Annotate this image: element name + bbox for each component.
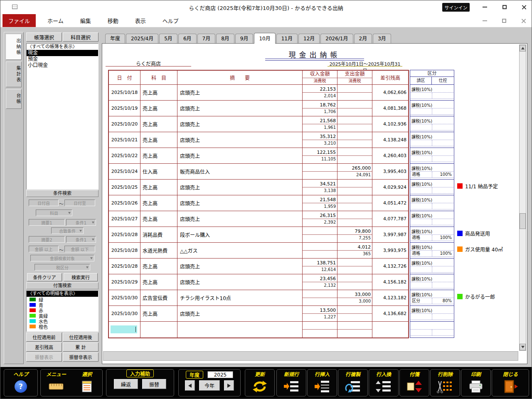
subject-cell[interactable]: 売上高 xyxy=(140,274,177,290)
income-cell[interactable]: 21,568 1,961 xyxy=(303,116,337,132)
date-cell[interactable]: 2025/10/20 xyxy=(109,116,140,132)
income-cell[interactable]: 35,312 3,210 xyxy=(303,132,337,148)
table-row[interactable]: 2025/10/28 水道光熱費 △△ガス 4,012 365 3,993,97… xyxy=(109,243,408,259)
expense-cell[interactable]: 4,012 365 xyxy=(337,243,372,258)
income-cell[interactable] xyxy=(303,243,337,258)
menu-item[interactable]: ファイル xyxy=(2,14,36,27)
summary-cell[interactable]: 店頭売上 xyxy=(177,132,303,148)
search-run-button[interactable]: 検索実行 xyxy=(64,273,98,281)
income-cell[interactable]: 122,155 11,105 xyxy=(303,148,337,163)
tag-list[interactable]: 〈すべての明細を表示〉 緑青赤黄緑水色橙色 xyxy=(26,291,99,332)
month-tab[interactable]: 5月 xyxy=(159,34,177,43)
income-cell[interactable]: 34,521 3,138 xyxy=(303,180,337,195)
tag-color-item[interactable]: 黄緑 xyxy=(27,313,98,318)
income-cell[interactable]: 18,762 1,706 xyxy=(303,101,337,116)
kubun-row[interactable] xyxy=(410,322,454,337)
book-list[interactable]: 〈すべての帳簿を表示〉 現金預金小口現金 xyxy=(26,43,99,190)
date-cell[interactable]: 2025/10/29 xyxy=(109,274,140,290)
search-clear-button[interactable]: 条件クリア xyxy=(27,273,62,281)
menu-item[interactable]: ホーム xyxy=(42,14,69,27)
month-tab[interactable]: 11月 xyxy=(276,34,298,43)
text-cursor[interactable] xyxy=(111,325,137,333)
date-cell[interactable]: 2025/10/30 xyxy=(109,306,140,321)
subject-cell[interactable]: 売上高 xyxy=(140,259,177,274)
kubun-row[interactable]: 課税(10%) xyxy=(410,116,454,132)
income-cell[interactable]: 23,456 2,132 xyxy=(303,274,337,290)
kubun-row[interactable]: 課税(10%) 適格 100% xyxy=(410,243,454,259)
month-tab[interactable]: 10月 xyxy=(254,33,275,44)
summary-cell[interactable]: 店頭売上 xyxy=(177,195,303,211)
kubun-row[interactable]: 課税(10%) xyxy=(410,274,454,290)
update-button[interactable] xyxy=(245,377,274,396)
month-tab[interactable]: 2025/4月 xyxy=(126,34,158,43)
date-cell[interactable]: 2025/10/25 xyxy=(109,180,140,195)
mode-button[interactable]: 仕控適用前 xyxy=(26,332,62,342)
kubun-row[interactable]: 課税(10%) xyxy=(410,306,454,322)
summary-cell[interactable]: 店頭売上 xyxy=(177,180,303,195)
child-restore-button[interactable] xyxy=(496,17,512,25)
subject-cell[interactable]: 売上高 xyxy=(140,195,177,211)
month-tab[interactable]: 8月 xyxy=(216,34,234,43)
book-list-item[interactable]: 現金 xyxy=(27,50,98,56)
expense-cell[interactable] xyxy=(337,85,372,100)
maximize-button[interactable] xyxy=(495,0,514,14)
table-row[interactable]: 2025/10/22 売上高 店頭売上 122,155 11,105 4,260… xyxy=(109,148,408,164)
kubun-row[interactable]: 課税(10%) xyxy=(410,148,454,164)
book-select-button[interactable]: 帳簿選択 xyxy=(26,32,62,42)
expense-cell[interactable] xyxy=(337,322,372,337)
mode-button[interactable]: 差引残高 xyxy=(26,342,62,352)
date-cell[interactable]: 2025/10/18 xyxy=(109,85,140,100)
date-cell[interactable]: 2025/10/24 xyxy=(109,164,140,179)
expense-cell[interactable]: 265,000 24,091 xyxy=(337,164,372,179)
month-tab[interactable]: 年度 xyxy=(105,34,125,43)
subject-cell[interactable]: 消耗品費 xyxy=(140,227,177,242)
income-cell[interactable]: 26,315 2,392 xyxy=(303,211,337,227)
tag-color-item[interactable]: 緑 xyxy=(27,297,98,302)
nav-tab[interactable]: 出納帳 xyxy=(6,34,22,60)
tag-button[interactable] xyxy=(400,377,429,396)
kubun-row[interactable]: 課税(10%) xyxy=(410,259,454,274)
subject-cell[interactable]: 水道光熱費 xyxy=(140,243,177,258)
subject-cell[interactable] xyxy=(140,322,177,337)
expense-cell[interactable]: 79,800 7,255 xyxy=(337,227,372,242)
child-minimize-button[interactable] xyxy=(476,17,493,25)
expense-cell[interactable]: 33,000 3,000 xyxy=(337,290,372,305)
tag-all-item[interactable]: 〈すべての明細を表示〉 xyxy=(27,291,98,297)
date-cell[interactable]: 2025/10/22 xyxy=(109,148,140,163)
summary-cell[interactable]: 店頭売上 xyxy=(177,259,303,274)
summary-cell[interactable]: 店頭売上 xyxy=(177,274,303,290)
kubun-row[interactable]: 課税(10%) xyxy=(410,101,454,116)
month-tab[interactable]: 12月 xyxy=(298,34,320,43)
delete-row-button[interactable] xyxy=(431,377,460,396)
summary-cell[interactable]: 店頭売上 xyxy=(177,101,303,116)
expense-cell[interactable] xyxy=(337,211,372,227)
this-year-button[interactable]: 今年 xyxy=(199,380,220,391)
summary-cell[interactable]: 店頭売上 xyxy=(177,211,303,227)
close-button[interactable] xyxy=(514,0,532,14)
date-cell[interactable]: 2025/10/19 xyxy=(109,101,140,116)
table-row[interactable]: 2025/10/30 売上高 店頭売上 13,500 1,227 4,136,6… xyxy=(109,306,408,322)
subject-cell[interactable]: 売上高 xyxy=(140,85,177,100)
child-close-button[interactable] xyxy=(515,17,532,25)
expense-cell[interactable] xyxy=(337,101,372,116)
table-row[interactable]: 2025/10/27 売上高 店頭売上 26,315 2,392 4,077,7… xyxy=(109,211,408,227)
date-cell[interactable]: 2025/10/28 xyxy=(109,227,140,242)
subject-cell[interactable]: 売上高 xyxy=(140,132,177,148)
income-cell[interactable] xyxy=(303,322,337,337)
kubun-row[interactable]: 課税(10%) xyxy=(410,132,454,148)
menu-item[interactable]: 編集 xyxy=(74,14,97,27)
mode-button[interactable]: 累 計 xyxy=(63,342,99,352)
date-cell[interactable]: 2025/10/28 xyxy=(109,243,140,258)
mode-button[interactable]: 仕控適用後 xyxy=(63,332,99,342)
tag-color-item[interactable]: 橙色 xyxy=(27,324,98,329)
month-tab[interactable]: 6月 xyxy=(178,34,197,43)
date-cell[interactable]: 2025/10/21 xyxy=(109,132,140,148)
income-cell[interactable]: 138,751 12,614 xyxy=(303,259,337,274)
summary-cell[interactable]: 店頭売上 xyxy=(177,85,303,100)
table-row[interactable]: 2025/10/29 売上高 店頭売上 23,456 2,132 4,156,1… xyxy=(109,274,408,290)
tag-color-item[interactable]: 水色 xyxy=(27,318,98,324)
menu-item[interactable]: 移動 xyxy=(102,14,124,27)
summary-cell[interactable]: 店頭売上 xyxy=(177,148,303,163)
expense-cell[interactable] xyxy=(337,116,372,132)
tag-color-item[interactable]: 赤 xyxy=(27,308,98,313)
